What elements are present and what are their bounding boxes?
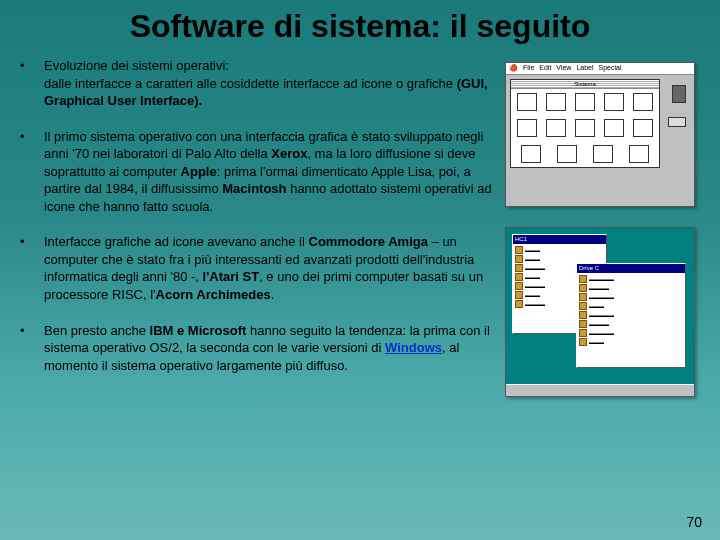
folder-icon [515,246,523,254]
slide-title: Software di sistema: il seguito [0,0,720,57]
bullet-marker: • [20,57,44,110]
window-body: ▬▬▬▬▬ ▬▬▬▬ ▬▬▬▬▬ ▬▬▬ ▬▬▬▬▬ ▬▬▬▬ ▬▬▬▬▬ ▬▬… [577,273,685,367]
content-area: • Evoluzione dei sistemi operativi: dall… [0,57,720,397]
mac-screenshot: 🍎 File Edit View Label Special Sistema [505,62,695,207]
folder-icon [521,145,541,163]
folder-icon [633,119,653,137]
folder-icon [546,119,566,137]
folder-icon [579,329,587,337]
folder-icon [579,293,587,301]
folder-icon [575,93,595,111]
mac-window-title: Sistema [511,80,659,89]
icon-row [511,89,659,115]
mac-menubar: 🍎 File Edit View Label Special [506,63,694,75]
mac-window: Sistema [510,79,660,168]
windows-desktop: HC1 ▬▬▬ ▬▬▬ ▬▬▬▬ ▬▬▬ ▬▬▬▬ ▬▬▬ ▬▬▬▬ Drive… [506,228,694,396]
window-titlebar: Drive C [577,264,685,273]
taskbar [506,384,694,396]
folder-icon [515,273,523,281]
folder-icon [633,93,653,111]
bullet-item: • Interfacce grafiche ad icone avevano a… [20,233,495,303]
bullet-marker: • [20,233,44,303]
folder-icon [515,300,523,308]
bullet-marker: • [20,322,44,375]
folder-icon [517,93,537,111]
icon-row [511,115,659,141]
bullet-text: Il primo sistema operativo con una inter… [44,128,495,216]
folder-icon [604,119,624,137]
folder-icon [629,145,649,163]
folder-icon [557,145,577,163]
folder-icon [579,338,587,346]
bullet-item: • Ben presto anche IBM e Microsoft hanno… [20,322,495,375]
bullet-list: • Evoluzione dei sistemi operativi: dall… [20,57,495,374]
windows-screenshot: HC1 ▬▬▬ ▬▬▬ ▬▬▬▬ ▬▬▬ ▬▬▬▬ ▬▬▬ ▬▬▬▬ Drive… [505,227,695,397]
folder-icon [579,275,587,283]
bullet-item: • Evoluzione dei sistemi operativi: dall… [20,57,495,110]
folder-icon [604,93,624,111]
folder-icon [575,119,595,137]
image-column: 🍎 File Edit View Label Special Sistema [505,57,700,397]
window-titlebar: HC1 [513,235,606,244]
page-number: 70 [686,514,702,530]
windows-link: Windows [385,340,442,355]
folder-icon [515,291,523,299]
harddisk-icon [668,117,686,127]
icon-row [511,141,659,167]
folder-icon [515,264,523,272]
bullet-marker: • [20,128,44,216]
bullet-text: Interfacce grafiche ad icone avevano anc… [44,233,495,303]
bullet-text: Evoluzione dei sistemi operativi: dalle … [44,57,495,110]
bullet-text: Ben presto anche IBM e Microsoft hanno s… [44,322,495,375]
window-2: Drive C ▬▬▬▬▬ ▬▬▬▬ ▬▬▬▬▬ ▬▬▬ ▬▬▬▬▬ ▬▬▬▬ … [576,263,686,368]
folder-icon [546,93,566,111]
bullet-item: • Il primo sistema operativo con una int… [20,128,495,216]
folder-icon [579,311,587,319]
folder-icon [593,145,613,163]
folder-icon [515,255,523,263]
folder-icon [517,119,537,137]
text-column: • Evoluzione dei sistemi operativi: dall… [20,57,505,397]
folder-icon [515,282,523,290]
trash-icon [672,85,686,103]
folder-icon [579,284,587,292]
folder-icon [579,302,587,310]
apple-menu-icon: 🍎 [509,64,518,73]
folder-icon [579,320,587,328]
